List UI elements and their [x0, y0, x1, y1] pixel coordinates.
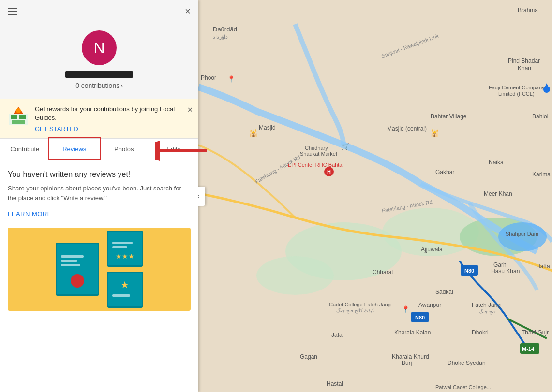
svg-rect-3	[11, 115, 17, 119]
svg-text:Ajjuwala: Ajjuwala	[421, 246, 443, 253]
svg-point-13	[498, 222, 547, 251]
left-panel: × N 0 contributions › Get rewards for yo…	[0, 0, 198, 392]
svg-text:M-14: M-14	[522, 346, 535, 352]
tabs-bar: Contribute Reviews Photos Edits	[0, 139, 198, 160]
svg-text:Phoor: Phoor	[201, 74, 216, 81]
svg-rect-4	[19, 115, 26, 119]
svg-text:فتح جنگ: فتح جنگ	[479, 309, 496, 315]
svg-text:🕌: 🕌	[249, 129, 258, 137]
collapse-panel-button[interactable]: ‹	[198, 187, 205, 206]
svg-text:Dhoke Syedan: Dhoke Syedan	[448, 360, 486, 366]
svg-text:Awanpur: Awanpur	[418, 302, 441, 308]
svg-text:🕌: 🕌	[431, 129, 439, 137]
reviews-illustration: ★★★ ★	[8, 228, 191, 311]
illus-star-card-bottom: ★	[107, 272, 143, 308]
tab-photos[interactable]: Photos	[99, 139, 149, 160]
panel-header: ×	[0, 0, 198, 23]
svg-text:Daūrdād: Daūrdād	[213, 26, 237, 33]
reviews-title: You haven't written any reviews yet!	[8, 170, 191, 179]
svg-text:Hatta: Hatta	[536, 263, 550, 270]
svg-text:N80: N80	[415, 315, 425, 320]
svg-text:Shaukat Market: Shaukat Market	[300, 151, 337, 157]
svg-text:Patwal Cadet College...: Patwal Cadet College...	[435, 384, 491, 390]
svg-text:Bahlol: Bahlol	[532, 113, 548, 120]
map-area: ‹ Daūrdād داؤرداد Brahma	[198, 0, 552, 392]
svg-text:Thatti Gujr: Thatti Gujr	[522, 329, 549, 336]
svg-text:کیڈٹ کالج فتح جنگ: کیڈٹ کالج فتح جنگ	[336, 308, 374, 314]
svg-text:Karima: Karima	[532, 171, 551, 178]
svg-text:Fateh Jang: Fateh Jang	[472, 302, 501, 308]
close-button[interactable]: ×	[185, 6, 191, 17]
svg-point-2	[16, 108, 21, 113]
svg-text:Kharala Kalan: Kharala Kalan	[394, 329, 431, 336]
tab-contribute[interactable]: Contribute	[0, 139, 50, 160]
svg-text:Masjid (central): Masjid (central)	[387, 125, 427, 132]
svg-text:Fauji Cement Company: Fauji Cement Company	[489, 85, 545, 90]
learn-more-link[interactable]: LEARN MORE	[8, 210, 52, 218]
svg-text:Jafar: Jafar	[331, 332, 344, 338]
svg-text:Hasu Khan: Hasu Khan	[491, 268, 520, 275]
svg-text:Naika: Naika	[489, 159, 504, 166]
svg-text:Gagan: Gagan	[300, 353, 317, 360]
banner-close-button[interactable]: ×	[187, 105, 193, 115]
svg-text:Cadet College Fateh Jang: Cadet College Fateh Jang	[329, 302, 391, 307]
svg-text:Pind Bhadar: Pind Bhadar	[508, 58, 540, 64]
illus-certificate-card	[56, 243, 99, 296]
svg-text:Dhokri: Dhokri	[472, 329, 489, 336]
svg-text:Meer Khan: Meer Khan	[484, 190, 512, 197]
svg-text:Burj: Burj	[402, 360, 412, 366]
svg-text:Limited (FCCL): Limited (FCCL)	[498, 91, 535, 97]
hamburger-menu[interactable]	[8, 8, 17, 15]
svg-text:Chudhary: Chudhary	[305, 145, 328, 151]
svg-text:Gakhar: Gakhar	[435, 169, 454, 175]
svg-text:Garhi: Garhi	[493, 261, 507, 268]
get-started-link[interactable]: GET STARTED	[35, 125, 191, 132]
svg-text:H: H	[327, 169, 331, 174]
svg-text:Khan: Khan	[518, 65, 531, 72]
svg-text:🛒: 🛒	[341, 143, 350, 151]
user-name-bar	[65, 71, 133, 78]
illus-ribbon	[71, 274, 84, 288]
contributions-link[interactable]: 0 contributions ›	[75, 82, 123, 89]
reviews-body: Share your opinions about places you've …	[8, 184, 191, 203]
svg-text:📍: 📍	[402, 305, 410, 314]
local-guides-banner: Get rewards for your contributions by jo…	[0, 99, 198, 139]
banner-text: Get rewards for your contributions by jo…	[35, 105, 191, 132]
svg-rect-5	[12, 120, 25, 124]
svg-text:Hastal: Hastal	[327, 380, 343, 387]
svg-text:Brahma: Brahma	[518, 7, 538, 14]
tab-reviews[interactable]: Reviews	[50, 139, 100, 160]
content-area: You haven't written any reviews yet! Sha…	[0, 160, 198, 392]
svg-point-12	[256, 256, 334, 295]
tab-edits[interactable]: Edits	[149, 139, 199, 160]
svg-text:Bahtar Village: Bahtar Village	[431, 113, 467, 120]
svg-text:Sadkal: Sadkal	[435, 289, 453, 295]
svg-text:داؤرداد: داؤرداد	[213, 34, 228, 40]
svg-text:N80: N80	[464, 268, 474, 274]
svg-text:Kharala Khurd: Kharala Khurd	[392, 353, 429, 360]
svg-text:Shahpur Dam: Shahpur Dam	[506, 231, 538, 237]
svg-text:Masjid: Masjid	[259, 124, 276, 131]
svg-text:Chharat: Chharat	[373, 269, 393, 276]
avatar: N	[82, 30, 117, 65]
illus-star-card-top: ★★★	[107, 231, 143, 267]
map-svg: Daūrdād داؤرداد Brahma Pind Bhadar Khan …	[198, 0, 552, 392]
svg-text:📍: 📍	[227, 75, 236, 83]
profile-section: N 0 contributions ›	[0, 23, 198, 99]
local-guides-icon	[8, 105, 29, 126]
svg-text:EPI Center RHC Bahtar: EPI Center RHC Bahtar	[288, 162, 344, 168]
